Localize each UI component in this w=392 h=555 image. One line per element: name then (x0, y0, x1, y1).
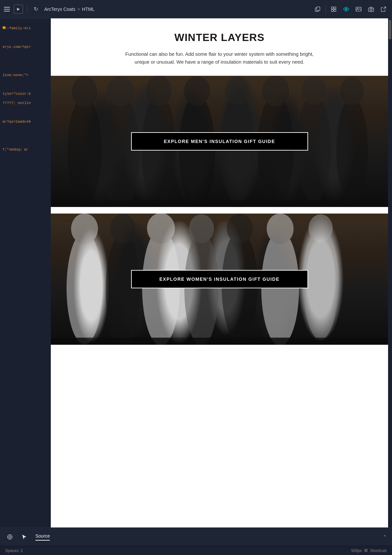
svg-rect-46 (51, 338, 388, 345)
svg-point-38 (184, 232, 218, 345)
svg-point-11 (370, 9, 372, 10)
svg-point-45 (308, 214, 333, 242)
source-tab[interactable]: Source (34, 533, 51, 541)
code-line-1: nt-family:Ari (0, 24, 51, 33)
svg-point-44 (304, 232, 338, 340)
breadcrumb-part2: HTML (82, 7, 94, 12)
svg-point-34 (106, 233, 140, 345)
code-line-12 (0, 127, 51, 136)
svg-point-29 (341, 77, 364, 105)
chevron-up-icon[interactable]: ⌃ (383, 534, 387, 540)
menu-icon[interactable] (4, 7, 10, 11)
svg-rect-13 (51, 76, 388, 84)
svg-rect-10 (368, 8, 374, 11)
source-label: Source (35, 533, 50, 540)
svg-point-28 (336, 97, 368, 204)
svg-point-21 (184, 76, 210, 106)
svg-rect-12 (372, 9, 373, 9)
page-subtitle: Functional can also be fun. Add some fla… (125, 50, 315, 66)
code-line-3: eryx.com/?qs= (0, 42, 51, 52)
svg-point-43 (267, 214, 294, 244)
svg-point-27 (302, 76, 326, 105)
section-gap (51, 207, 388, 214)
bottom-white-strip (51, 345, 388, 371)
code-line-10 (0, 108, 51, 117)
svg-point-48 (9, 536, 11, 538)
cursor-icon[interactable] (20, 532, 29, 542)
womens-cta-button[interactable]: EXPLORE WOMEN'S INSULATION GIFT GUIDE (131, 270, 308, 288)
svg-point-17 (107, 76, 134, 106)
camera-icon[interactable] (366, 5, 376, 14)
code-panel: nt-family:Ari eryx.com/?qs= line:none;">… (0, 18, 51, 527)
code-line-6: line:none;"> (0, 71, 51, 80)
status-right: 500px ⌘ Shortcuts (351, 548, 387, 553)
svg-point-33 (71, 214, 98, 244)
eye-icon[interactable] (342, 5, 351, 14)
code-line-7 (0, 80, 51, 89)
main-area: nt-family:Ari eryx.com/?qs= line:none;">… (0, 18, 392, 527)
svg-rect-30 (51, 200, 388, 207)
svg-point-23 (225, 76, 250, 105)
svg-point-35 (110, 214, 135, 244)
refresh-button[interactable]: ↻ (31, 5, 40, 14)
preview-panel[interactable]: WINTER LAYERS Functional can also be fun… (51, 18, 388, 527)
svg-rect-2 (331, 7, 333, 9)
scrollbar-area[interactable] (388, 18, 392, 527)
breadcrumb-part1: ArcTeryx Coats (44, 7, 75, 12)
spaces-status: Spaces: 2 (5, 548, 23, 553)
breadcrumb-separator: > (77, 7, 80, 12)
bottom-right: ⌃ (383, 534, 387, 540)
bottom-bar: Source ⌃ (0, 527, 392, 546)
toolbar-divider-1 (27, 5, 27, 13)
code-line-13 (0, 136, 51, 145)
svg-point-19 (146, 76, 171, 106)
svg-point-14 (68, 96, 102, 204)
svg-point-47 (8, 535, 12, 539)
shortcuts-status: Shortcuts (370, 548, 387, 553)
code-line-4 (0, 52, 51, 61)
svg-rect-31 (51, 214, 388, 222)
preview-header: WINTER LAYERS Functional can also be fun… (51, 18, 388, 76)
svg-point-32 (67, 232, 103, 344)
svg-rect-4 (331, 10, 333, 11)
svg-point-37 (147, 214, 175, 244)
code-line-14: f;">&nbsp; &r (0, 145, 51, 154)
play-icon[interactable] (14, 5, 23, 14)
svg-point-15 (72, 76, 97, 108)
svg-point-41 (226, 214, 253, 243)
womens-image-section: EXPLORE WOMEN'S INSULATION GIFT GUIDE (51, 214, 388, 345)
code-highlight-dot (3, 26, 5, 29)
code-line-2 (0, 33, 51, 43)
mens-cta-button[interactable]: EXPLORE MEN'S INSULATION GIFT GUIDE (131, 132, 308, 151)
toolbar-right (313, 5, 388, 14)
code-line-11: m/?qs=2aa9c49 (0, 117, 51, 127)
image-icon[interactable] (354, 5, 363, 14)
mens-image-section: EXPLORE MEN'S INSULATION GIFT GUIDE (51, 76, 388, 207)
toolbar-divider-2 (325, 5, 326, 13)
size-status: 500px (351, 548, 362, 553)
breadcrumb: ArcTeryx Coats > HTML (44, 7, 94, 12)
cmd-symbol: ⌘ (364, 548, 368, 553)
svg-point-7 (346, 9, 347, 10)
grid-icon[interactable] (329, 5, 338, 14)
svg-point-25 (262, 76, 289, 106)
toolbar: ↻ ArcTeryx Coats > HTML (0, 0, 392, 18)
page-title: WINTER LAYERS (77, 31, 362, 44)
toolbar-left: ↻ ArcTeryx Coats > HTML (4, 5, 94, 14)
svg-rect-5 (334, 10, 336, 11)
code-line-8: tyle="color:b (0, 89, 51, 99)
source-tab-underline (35, 540, 50, 541)
external-link-icon[interactable] (379, 5, 388, 14)
svg-rect-3 (334, 7, 336, 9)
copy-icon[interactable] (313, 5, 322, 14)
code-line-9: 77777; outlin (0, 98, 51, 108)
svg-point-39 (189, 214, 214, 243)
svg-rect-1 (317, 7, 320, 10)
target-icon[interactable] (5, 532, 14, 542)
code-line-5 (0, 61, 51, 71)
status-bar: Spaces: 2 500px ⌘ Shortcuts (0, 546, 392, 555)
